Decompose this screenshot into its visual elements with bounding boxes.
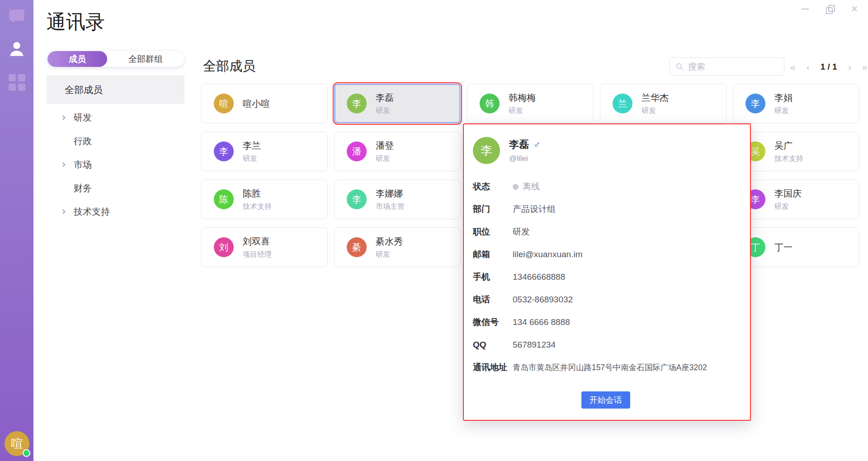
members-header: 全部成员 bbox=[203, 57, 255, 75]
current-user-initial: 喧 bbox=[11, 436, 23, 452]
profile-field-label: 职位 bbox=[473, 226, 513, 238]
current-user-avatar[interactable]: 喧 bbox=[5, 431, 29, 456]
minimize-icon[interactable] bbox=[800, 4, 811, 14]
member-card[interactable]: 吴 吴广 技术支持 bbox=[733, 132, 859, 171]
profile-field-label: 部门 bbox=[473, 203, 513, 215]
member-card[interactable]: 潘 潘登 研发 bbox=[334, 132, 461, 171]
profile-field-row: 部门 产品设计组 bbox=[473, 198, 738, 221]
member-card[interactable]: 李 李兰 研发 bbox=[201, 132, 328, 171]
nav-item-label: 市场 bbox=[74, 159, 92, 171]
start-chat-button[interactable]: 开始会话 bbox=[581, 391, 630, 409]
prev-page-icon[interactable]: ‹ bbox=[807, 62, 810, 71]
member-card[interactable]: 李 李国庆 研发 bbox=[733, 179, 859, 219]
member-role: 技术支持 bbox=[243, 202, 272, 212]
profile-field-value: 13466668888 bbox=[513, 272, 565, 282]
app-sidebar: 喧 bbox=[0, 0, 33, 461]
member-avatar: 李 bbox=[745, 94, 765, 113]
profile-field-row: 状态 离线 bbox=[473, 175, 738, 198]
last-page-icon[interactable]: » bbox=[862, 62, 868, 71]
profile-field-value: 产品设计组 bbox=[513, 203, 556, 215]
tab-members[interactable]: 成员 bbox=[47, 51, 107, 67]
member-card[interactable]: 刘 刘双喜 项目经理 bbox=[201, 227, 328, 267]
member-role: 研发 bbox=[509, 106, 536, 116]
profile-field-value: 离线 bbox=[523, 181, 540, 193]
member-name: 兰华杰 bbox=[642, 92, 669, 104]
profile-field-label: QQ bbox=[473, 340, 513, 350]
nav-item-all-members[interactable]: 全部成员 bbox=[47, 75, 184, 104]
profile-field-label: 邮箱 bbox=[473, 249, 513, 260]
member-card[interactable]: 喧 喧小喧 bbox=[201, 84, 328, 123]
profile-handle: @lilei bbox=[509, 154, 541, 163]
nav-item-department[interactable]: 行政 bbox=[47, 129, 184, 153]
profile-field-row: 微信号 134 6666 8888 bbox=[473, 311, 738, 334]
member-avatar: 韩 bbox=[480, 94, 500, 113]
member-avatar: 刘 bbox=[214, 237, 234, 257]
chevron-right-icon: › bbox=[62, 158, 66, 170]
member-card[interactable]: 李 李娟 研发 bbox=[733, 84, 859, 123]
department-nav: 全部成员 › 研发 行政 › 市场 财务 › 技术支持 bbox=[47, 75, 184, 223]
profile-field-row: 电话 0532-86893032 bbox=[473, 288, 738, 311]
nav-item-department[interactable]: › 研发 bbox=[47, 106, 184, 129]
member-avatar: 潘 bbox=[347, 141, 367, 161]
profile-fields: 状态 离线 部门 产品设计组 职位 研发 邮箱 lilei@xuanxuan.i… bbox=[473, 175, 738, 379]
nav-list: › 研发 行政 › 市场 财务 › 技术支持 bbox=[47, 106, 184, 223]
next-page-icon[interactable]: › bbox=[848, 62, 851, 71]
member-card[interactable]: 李 李娜娜 市场主管 bbox=[334, 179, 461, 219]
profile-field-value: lilei@xuanxuan.im bbox=[513, 249, 582, 259]
member-role: 研发 bbox=[774, 106, 793, 116]
member-role: 研发 bbox=[376, 250, 403, 259]
search-icon bbox=[675, 62, 684, 71]
page-title: 通讯录 bbox=[47, 9, 105, 35]
member-role: 市场主管 bbox=[376, 202, 405, 212]
chat-icon[interactable] bbox=[8, 7, 26, 25]
restore-icon[interactable] bbox=[825, 4, 835, 14]
profile-name: 李磊 bbox=[509, 138, 529, 151]
member-profile-popup: 李 李磊 ♂ @lilei 状态 离线 部门 产品设计组 职位 研发 邮箱 li… bbox=[463, 123, 751, 421]
member-name: 喧小喧 bbox=[243, 98, 270, 110]
member-role: 技术支持 bbox=[774, 154, 803, 164]
member-name: 李娟 bbox=[774, 92, 793, 104]
profile-avatar: 李 bbox=[473, 137, 500, 164]
nav-item-label: 全部成员 bbox=[65, 84, 103, 96]
offline-status-dot bbox=[513, 184, 519, 190]
member-role: 研发 bbox=[642, 106, 669, 116]
nav-item-department[interactable]: 财务 bbox=[47, 176, 184, 200]
nav-item-department[interactable]: › 市场 bbox=[47, 153, 184, 176]
member-name: 潘登 bbox=[376, 140, 394, 152]
member-name: 吴广 bbox=[774, 140, 803, 152]
member-role: 研发 bbox=[243, 154, 261, 164]
member-card[interactable]: 陈 陈胜 技术支持 bbox=[201, 179, 328, 219]
member-name: 綦水秀 bbox=[376, 235, 403, 248]
profile-field-label: 微信号 bbox=[473, 316, 513, 328]
profile-field-value: 0532-86893032 bbox=[513, 295, 573, 305]
nav-item-department[interactable]: › 技术支持 bbox=[47, 200, 184, 223]
member-avatar: 李 bbox=[347, 94, 367, 113]
member-name: 李国庆 bbox=[774, 188, 802, 200]
member-card[interactable]: 兰 兰华杰 研发 bbox=[600, 84, 726, 123]
member-card[interactable]: 李 李磊 研发 bbox=[334, 84, 461, 123]
profile-field-label: 电话 bbox=[473, 294, 513, 306]
male-gender-icon: ♂ bbox=[533, 139, 541, 151]
profile-field-row: QQ 567891234 bbox=[473, 334, 738, 356]
profile-field-value: 青岛市黄岛区井冈山路157号中南金石国际广场A座3202 bbox=[513, 362, 707, 373]
apps-grid-icon[interactable] bbox=[9, 74, 25, 91]
search-input[interactable] bbox=[688, 62, 778, 72]
member-name: 刘双喜 bbox=[243, 235, 272, 248]
member-group-tabs: 成员 全部群组 bbox=[47, 51, 184, 67]
close-icon[interactable]: × bbox=[849, 4, 860, 14]
member-role: 项目经理 bbox=[243, 250, 272, 259]
search-box bbox=[670, 57, 784, 76]
member-card[interactable]: 丁 丁一 bbox=[733, 227, 859, 267]
contacts-icon[interactable] bbox=[8, 40, 26, 58]
tab-all-groups[interactable]: 全部群组 bbox=[107, 51, 184, 67]
profile-field-label: 通讯地址 bbox=[473, 362, 513, 373]
first-page-icon[interactable]: « bbox=[790, 62, 796, 71]
member-card[interactable]: 綦 綦水秀 研发 bbox=[334, 227, 461, 267]
pagination: « ‹ 1 / 1 › » bbox=[790, 57, 867, 76]
member-card[interactable]: 韩 韩梅梅 研发 bbox=[467, 84, 594, 123]
member-role: 研发 bbox=[376, 154, 394, 164]
profile-field-label: 状态 bbox=[473, 181, 513, 193]
member-avatar: 陈 bbox=[214, 189, 234, 209]
member-avatar: 兰 bbox=[613, 94, 632, 113]
nav-item-label: 财务 bbox=[74, 182, 92, 194]
